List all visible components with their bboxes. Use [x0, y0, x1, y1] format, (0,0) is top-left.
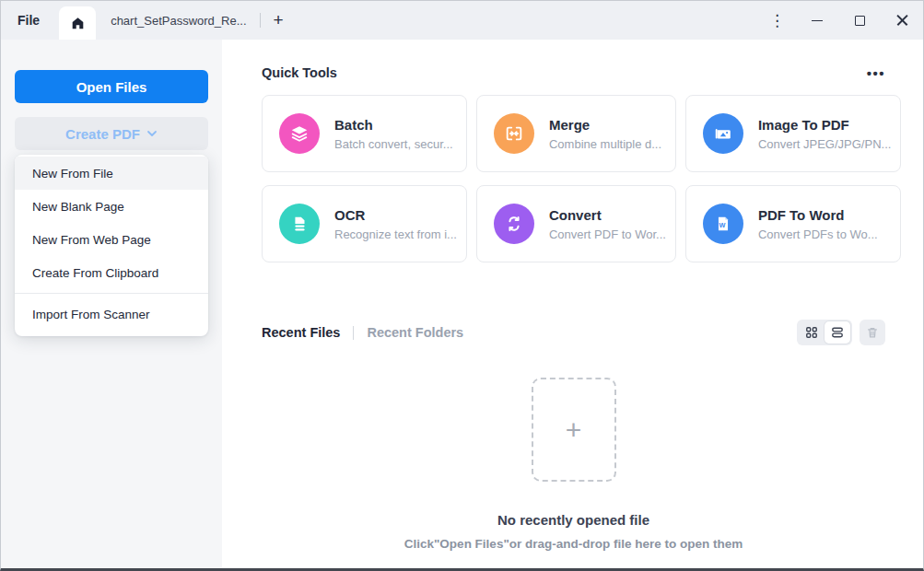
empty-state-title: No recently opened file [262, 512, 885, 528]
tool-title: Merge [549, 117, 661, 133]
tool-title: Image To PDF [758, 117, 892, 133]
grid-view-icon [805, 326, 818, 339]
menu-divider [15, 293, 208, 294]
menu-item-create-from-clipboard[interactable]: Create From Clipboard [15, 256, 208, 289]
view-toggle-group [797, 320, 852, 345]
menu-item-new-blank-page[interactable]: New Blank Page [15, 190, 208, 223]
quick-tools-grid: Batch Batch convert, secur... Merge Comb… [262, 95, 885, 262]
create-pdf-button[interactable]: Create PDF [15, 117, 208, 150]
tool-card-ocr[interactable]: OCR Recognize text from i... [262, 185, 467, 262]
tool-card-merge[interactable]: Merge Combine multiple d... [476, 95, 676, 172]
tab-home[interactable] [59, 6, 96, 40]
empty-state-hint: Click"Open Files"or drag-and-drop file h… [262, 537, 885, 551]
close-icon [896, 15, 908, 27]
tool-subtitle: Convert PDF to Wor... [549, 227, 666, 241]
open-files-button[interactable]: Open Files [15, 70, 208, 103]
titlebar: File chart_SetPassword_Re... + ⋮ [1, 1, 923, 40]
pdf-to-word-icon: W [703, 204, 743, 244]
tool-subtitle: Combine multiple d... [549, 137, 661, 151]
svg-text:W: W [719, 221, 725, 229]
chevron-down-icon [146, 128, 158, 139]
tool-subtitle: Batch convert, secur... [334, 137, 453, 151]
minimize-button[interactable] [796, 1, 838, 40]
more-tools-button[interactable]: ••• [867, 66, 885, 80]
image-to-pdf-icon [703, 113, 743, 154]
tab-document[interactable]: chart_SetPassword_Re... [96, 1, 259, 40]
tool-title: Convert [549, 207, 666, 223]
tool-title: PDF To Word [758, 207, 878, 223]
maximize-icon [855, 16, 865, 26]
grid-view-button[interactable] [799, 321, 825, 344]
create-pdf-label: Create PDF [65, 126, 140, 142]
plus-icon: + [566, 416, 582, 444]
quick-tools-title: Quick Tools [262, 65, 337, 80]
minimize-icon [812, 20, 823, 21]
tab-recent-files[interactable]: Recent Files [262, 325, 340, 340]
home-icon [70, 16, 86, 31]
ocr-icon [279, 204, 320, 244]
file-dropzone[interactable]: + [532, 378, 616, 482]
tab-document-title: chart_SetPassword_Re... [111, 14, 246, 28]
tool-subtitle: Recognize text from i... [334, 227, 457, 241]
maximize-button[interactable] [838, 1, 881, 40]
tool-card-pdf-to-word[interactable]: W PDF To Word Convert PDFs to Wo... [685, 185, 902, 262]
close-button[interactable] [881, 1, 923, 40]
file-menu[interactable]: File [18, 13, 40, 28]
menu-item-new-from-file[interactable]: New From File [15, 157, 208, 190]
tool-title: Batch [334, 117, 453, 133]
recent-tabs-divider [353, 326, 354, 340]
tool-subtitle: Convert PDFs to Wo... [758, 227, 878, 241]
tool-card-convert[interactable]: Convert Convert PDF to Wor... [476, 185, 676, 262]
list-view-icon [831, 326, 844, 339]
list-view-button[interactable] [825, 321, 850, 344]
delete-recent-button[interactable] [860, 320, 885, 345]
recent-section-header: Recent Files Recent Folders [262, 320, 885, 345]
app-window: File chart_SetPassword_Re... + ⋮ Open Fi… [0, 0, 924, 571]
sidebar: Open Files Create PDF New From File New … [1, 40, 222, 568]
create-pdf-dropdown: New From File New Blank Page New From We… [15, 155, 208, 336]
batch-icon [279, 113, 320, 154]
merge-icon [494, 113, 534, 154]
menu-item-new-from-web-page[interactable]: New From Web Page [15, 223, 208, 256]
new-tab-button[interactable]: + [261, 10, 297, 30]
menu-item-import-from-scanner[interactable]: Import From Scanner [15, 297, 208, 331]
tool-card-image-to-pdf[interactable]: Image To PDF Convert JPEG/JPG/PN... [685, 95, 902, 172]
convert-icon [494, 204, 534, 244]
trash-icon [866, 326, 879, 339]
main-panel: Quick Tools ••• Batch Batch convert, sec… [222, 40, 923, 568]
tool-title: OCR [334, 207, 457, 223]
overflow-menu-icon[interactable]: ⋮ [758, 11, 796, 30]
tab-recent-folders[interactable]: Recent Folders [367, 325, 463, 340]
tool-subtitle: Convert JPEG/JPG/PN... [758, 137, 892, 151]
tool-card-batch[interactable]: Batch Batch convert, secur... [262, 95, 467, 172]
